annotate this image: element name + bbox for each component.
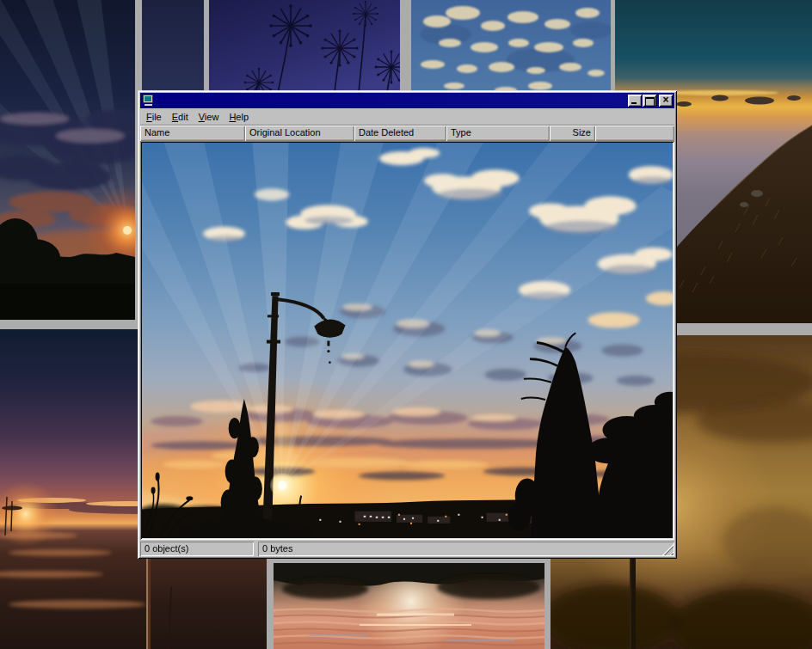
wallpaper-photo-cloud-flecks — [411, 0, 611, 93]
column-header-size[interactable]: Size — [550, 126, 595, 141]
menu-item-help[interactable]: Help — [224, 109, 254, 125]
close-button[interactable]: × — [659, 95, 673, 107]
column-header-date-deleted[interactable]: Date Deleted — [354, 126, 446, 141]
column-header-type[interactable]: Type — [446, 126, 550, 141]
column-header-original-location[interactable]: Original Location — [245, 126, 354, 141]
menu-item-file[interactable]: File — [141, 109, 167, 125]
list-viewport[interactable] — [140, 141, 674, 540]
recycle-bin-window: × File Edit View Help Name Original Loca… — [138, 90, 677, 559]
wallpaper-photo-sunray-sunset — [0, 0, 135, 320]
title-bar[interactable]: × — [140, 93, 674, 108]
column-header-name[interactable]: Name — [140, 126, 245, 141]
maximize-button[interactable] — [643, 95, 656, 107]
wallpaper-photo-dark-sky — [142, 0, 204, 93]
minimize-button[interactable] — [628, 95, 642, 107]
sunset-photo — [142, 143, 673, 538]
wallpaper-photo-dried-flowers — [209, 0, 400, 93]
status-object-count: 0 object(s) — [140, 542, 254, 557]
status-total-size: 0 bytes — [258, 542, 674, 557]
computer-monitor-icon[interactable] — [142, 95, 155, 106]
menu-bar: File Edit View Help — [140, 109, 674, 126]
menu-item-view[interactable]: View — [194, 109, 225, 125]
status-bar: 0 object(s) 0 bytes — [140, 542, 674, 557]
wallpaper-photo-water-ripples — [274, 563, 544, 649]
close-icon: × — [662, 94, 668, 106]
menu-item-edit[interactable]: Edit — [167, 109, 194, 125]
column-header-filler — [595, 126, 674, 141]
column-header-row: Name Original Location Date Deleted Type… — [140, 126, 674, 141]
